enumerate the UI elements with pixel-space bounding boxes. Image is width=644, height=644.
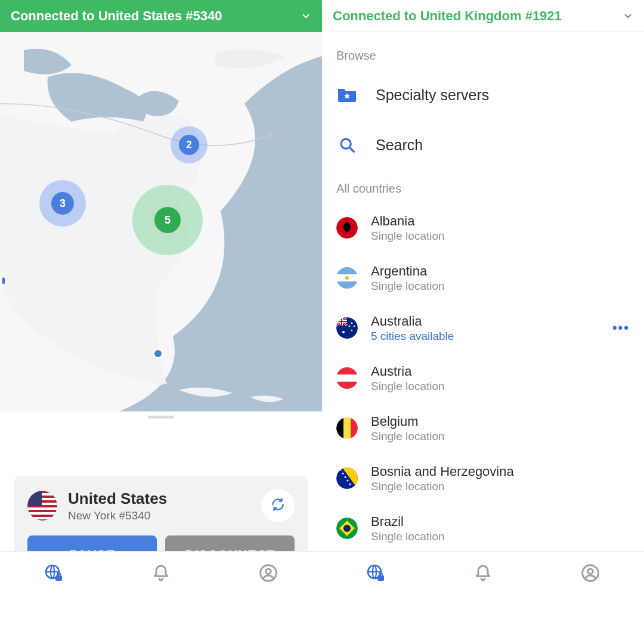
more-options-icon[interactable]: ••• (612, 320, 630, 336)
map-server-dot[interactable] (153, 348, 163, 359)
svg-point-33 (340, 469, 342, 471)
svg-point-37 (349, 484, 351, 485)
account-icon (259, 564, 278, 585)
svg-point-20 (354, 326, 355, 327)
country-brazil[interactable]: Brazil Single location (336, 503, 644, 553)
svg-point-42 (261, 565, 277, 581)
flag-us-icon (27, 491, 57, 521)
globe-lock-icon (366, 564, 385, 585)
bell-icon (473, 564, 493, 585)
svg-rect-14 (336, 267, 358, 274)
svg-line-11 (349, 147, 354, 151)
svg-point-34 (342, 473, 344, 475)
svg-point-43 (266, 569, 271, 574)
svg-rect-8 (27, 517, 57, 519)
flag-argentina-icon (336, 267, 358, 289)
svg-point-47 (588, 569, 593, 574)
flag-bosnia-icon (336, 467, 358, 489)
drag-handle-icon[interactable] (148, 416, 174, 419)
nav-notifications-tab[interactable] (429, 552, 537, 596)
nav-notifications-tab[interactable] (107, 552, 215, 596)
svg-rect-28 (336, 417, 343, 439)
bottom-nav (0, 551, 644, 596)
svg-point-23 (342, 331, 345, 333)
svg-rect-41 (55, 575, 62, 581)
svg-point-36 (347, 480, 349, 482)
svg-point-22 (349, 326, 351, 327)
nav-vpn-tab[interactable] (0, 552, 107, 596)
svg-point-16 (345, 276, 349, 280)
svg-point-39 (343, 525, 351, 532)
flag-brazil-icon (336, 518, 358, 539)
svg-rect-9 (27, 491, 42, 506)
map-screen: Connected to United States #5340 (0, 0, 322, 596)
flag-australia-icon (336, 317, 358, 339)
country-albania[interactable]: Albania Single location (336, 203, 644, 253)
search-item[interactable]: Search (336, 120, 644, 170)
country-belgium[interactable]: Belgium Single location (336, 403, 644, 453)
country-list-screen: Connected to United Kingdom #1921 Browse… (322, 0, 644, 596)
search-icon (336, 136, 358, 154)
nav-vpn-tab[interactable] (322, 552, 429, 596)
svg-point-19 (351, 323, 353, 324)
browse-section-label: Browse (336, 49, 644, 63)
all-countries-label: All countries (336, 182, 644, 196)
globe-lock-icon (44, 564, 63, 585)
folder-star-icon (336, 86, 358, 103)
connection-status-bar[interactable]: Connected to United Kingdom #1921 (322, 0, 644, 32)
server-map[interactable]: 2 3 5 (0, 32, 322, 411)
svg-point-21 (351, 330, 353, 332)
status-text: Connected to United Kingdom #1921 (333, 8, 562, 24)
nav-account-tab[interactable] (215, 552, 322, 596)
connection-server: New York #5340 (68, 509, 167, 522)
status-text: Connected to United States #5340 (11, 8, 222, 24)
account-icon (581, 564, 600, 585)
country-argentina[interactable]: Argentina Single location (336, 253, 644, 303)
map-cluster-marker-connected[interactable]: 5 (132, 185, 203, 255)
svg-rect-6 (27, 507, 57, 510)
svg-rect-25 (336, 367, 358, 374)
country-austria[interactable]: Austria Single location (336, 353, 644, 403)
map-server-dot[interactable] (0, 275, 7, 286)
svg-rect-30 (351, 417, 358, 439)
flag-belgium-icon (336, 417, 358, 439)
country-bosnia[interactable]: Bosnia and Herzegovina Single location (336, 453, 644, 503)
nav-account-tab[interactable] (537, 552, 644, 596)
bell-icon (151, 564, 171, 585)
refresh-icon (270, 497, 286, 515)
map-cluster-marker[interactable]: 2 (171, 126, 208, 163)
svg-point-46 (583, 565, 599, 581)
svg-rect-7 (27, 512, 57, 515)
connection-country: United States (68, 490, 167, 508)
map-cluster-marker[interactable]: 3 (39, 180, 86, 227)
svg-rect-29 (343, 417, 351, 439)
chevron-down-icon (623, 11, 633, 21)
svg-rect-26 (336, 382, 358, 389)
svg-rect-15 (336, 281, 358, 289)
flag-albania-icon (336, 217, 358, 239)
svg-rect-45 (377, 575, 384, 581)
refresh-button[interactable] (261, 489, 295, 522)
connection-status-bar[interactable]: Connected to United States #5340 (0, 0, 322, 32)
country-australia[interactable]: Australia 5 cities available ••• (336, 303, 644, 353)
chevron-down-icon (301, 11, 311, 21)
flag-austria-icon (336, 367, 358, 389)
svg-point-35 (345, 476, 346, 478)
specialty-servers-item[interactable]: Specialty servers (336, 70, 644, 120)
